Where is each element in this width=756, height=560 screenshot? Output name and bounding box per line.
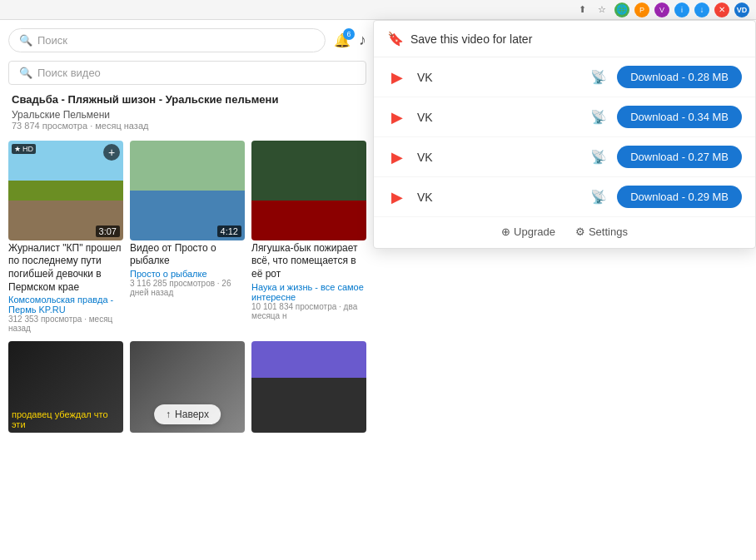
video-thumb-5[interactable]: ↑ Наверх	[130, 341, 245, 433]
search-icon: 🔍	[19, 34, 32, 47]
featured-video-stats: 73 874 просмотра · месяц назад	[12, 121, 363, 131]
video-item-2: 4:12 Видео от Просто о рыбалке Просто о …	[130, 141, 245, 335]
video-info-2: Видео от Просто о рыбалке Просто о рыбал…	[130, 240, 245, 299]
user-avatar-icon[interactable]: VD	[734, 2, 749, 17]
download-button-2[interactable]: Download - 0.34 MB	[617, 106, 742, 128]
add-video-button-1[interactable]: +	[103, 144, 120, 161]
download-row-3: ▶ VK 📡 Download - 0.27 MB	[374, 137, 755, 177]
vk-label-2: VK	[417, 111, 580, 124]
video-channel-2[interactable]: Просто о рыбалке	[130, 269, 245, 279]
download-button-4[interactable]: Download - 0.29 MB	[617, 186, 742, 208]
vk-play-icon-3: ▶	[387, 148, 407, 166]
share-icon[interactable]: ⬆	[574, 2, 589, 17]
download-row-1: ▶ VK 📡 Download - 0.28 MB	[374, 57, 755, 97]
video-thumb-4[interactable]: продавец убеждал что эти	[8, 341, 123, 433]
search-bar: 🔍 Поиск 🔔 6 ♪	[8, 28, 366, 52]
video-duration-1: 3:07	[96, 225, 120, 237]
video-item-3: Лягушка-бык пожирает всё, что помещается…	[251, 141, 366, 335]
download-row-2: ▶ VK 📡 Download - 0.34 MB	[374, 97, 755, 137]
popup-footer: ⊕ Upgrade ⚙ Settings	[374, 217, 755, 241]
notification-bell[interactable]: 🔔 6	[334, 32, 351, 48]
video-channel-1[interactable]: Комсомольская правда - Пермь KP.RU	[8, 295, 123, 315]
video-duration-2: 4:12	[217, 225, 241, 237]
video-item-1: ★HD + 3:07 Журналист "КП" прошел по посл…	[8, 141, 123, 335]
extension-green-icon[interactable]: 🌐	[614, 2, 629, 17]
video-thumb-1[interactable]: ★HD + 3:07	[8, 141, 123, 240]
cast-icon-3[interactable]: 📡	[590, 149, 607, 165]
popup-header: 🔖 Save this video for later	[374, 21, 755, 57]
video-title-1[interactable]: Журналист "КП" прошел по последнему пути…	[8, 242, 123, 294]
popup-title: Save this video for later	[410, 32, 532, 46]
browser-toolbar: ⬆ ☆ 🌐 P V i ↓ ✕ VD	[0, 0, 756, 20]
extension-orange-icon[interactable]: P	[634, 2, 649, 17]
video-grid: ★HD + 3:07 Журналист "КП" прошел по посл…	[8, 141, 366, 335]
download-button-3[interactable]: Download - 0.27 MB	[617, 146, 742, 168]
download-row-4: ▶ VK 📡 Download - 0.29 MB	[374, 177, 755, 217]
video-info-1: Журналист "КП" прошел по последнему пути…	[8, 240, 123, 335]
video-title-2[interactable]: Видео от Просто о рыбалке	[130, 242, 245, 268]
extension-download-icon[interactable]: ↓	[694, 2, 709, 17]
notification-badge: 6	[343, 28, 355, 40]
vk-play-icon-1: ▶	[387, 68, 407, 87]
download-button-1[interactable]: Download - 0.28 MB	[617, 66, 742, 88]
video-info-3: Лягушка-бык пожирает всё, что помещается…	[251, 240, 366, 322]
scroll-top-label: Наверх	[175, 409, 209, 420]
hd-badge-1: ★HD	[12, 144, 36, 154]
search-input-wrap[interactable]: 🔍 Поиск	[8, 28, 326, 52]
scroll-to-top-overlay[interactable]: ↑ Наверх	[154, 404, 221, 424]
featured-video-title[interactable]: Свадьба - Пляжный шизон - Уральские пель…	[12, 93, 363, 107]
cast-icon-2[interactable]: 📡	[590, 109, 607, 125]
featured-video-item: Свадьба - Пляжный шизон - Уральские пель…	[8, 93, 366, 131]
download-popup: 🔖 Save this video for later ▶ VK 📡 Downl…	[373, 20, 756, 249]
vk-label-4: VK	[417, 191, 580, 204]
vk-play-icon-4: ▶	[387, 188, 407, 206]
extension-info-icon[interactable]: i	[674, 2, 689, 17]
upgrade-link[interactable]: ⊕ Upgrade	[501, 225, 555, 238]
arrow-up-icon: ↑	[166, 409, 171, 420]
video-grid-bottom: продавец убеждал что эти ↑ Наверх	[8, 341, 366, 433]
video-search-bar[interactable]: 🔍 Поиск видео	[8, 61, 366, 85]
extension-purple-icon[interactable]: V	[654, 2, 669, 17]
upgrade-icon: ⊕	[501, 225, 510, 238]
video-search-icon: 🔍	[19, 67, 32, 79]
video-search-placeholder: Поиск видео	[37, 67, 101, 79]
bookmark-icon: 🔖	[387, 31, 404, 47]
video-caption-4: продавец убеждал что эти	[12, 409, 123, 429]
cast-icon-1[interactable]: 📡	[590, 69, 607, 85]
music-icon[interactable]: ♪	[359, 32, 366, 49]
featured-video-author[interactable]: Уральские Пельмени	[12, 109, 363, 121]
vk-label-1: VK	[417, 71, 580, 84]
cast-icon-4[interactable]: 📡	[590, 189, 607, 205]
video-stats-2: 3 116 285 просмотров · 26 дней назад	[130, 279, 245, 297]
bookmark-star-icon[interactable]: ☆	[594, 2, 609, 17]
vk-play-icon-2: ▶	[387, 108, 407, 126]
video-thumb-2[interactable]: 4:12	[130, 141, 245, 240]
upgrade-label: Upgrade	[514, 225, 555, 238]
video-stats-1: 312 353 просмотра · месяц назад	[8, 315, 123, 333]
sidebar: 🔍 Поиск 🔔 6 ♪ 🔍 Поиск видео Свадьба - Пл…	[0, 20, 375, 560]
video-channel-3[interactable]: Наука и жизнь - все самое интересне	[251, 282, 366, 302]
video-thumb-3[interactable]	[251, 141, 366, 240]
video-thumb-6[interactable]	[251, 341, 366, 433]
settings-label: Settings	[589, 225, 628, 238]
settings-link[interactable]: ⚙ Settings	[575, 225, 628, 238]
search-input[interactable]: Поиск	[37, 34, 67, 47]
extension-block-icon[interactable]: ✕	[714, 2, 729, 17]
video-title-3[interactable]: Лягушка-бык пожирает всё, что помещается…	[251, 242, 366, 281]
vk-label-3: VK	[417, 151, 580, 164]
video-stats-3: 10 101 834 просмотра · два месяца н	[251, 302, 366, 320]
settings-icon: ⚙	[575, 225, 585, 238]
